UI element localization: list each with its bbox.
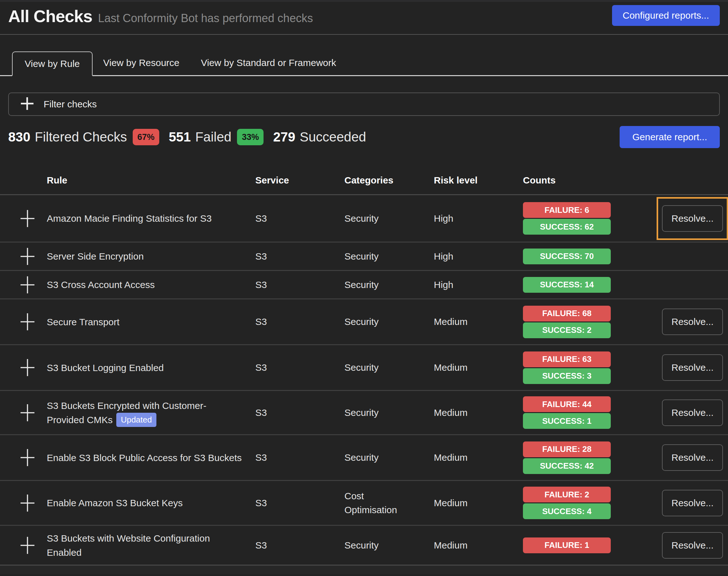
- column-header-service: Service: [255, 175, 344, 186]
- success-count-badge: SUCCESS: 42: [523, 458, 611, 474]
- categories-cell: Security: [344, 451, 379, 464]
- table-header-row: Rule Service Categories Risk level Count…: [0, 166, 728, 194]
- failure-count-badge: FAILURE: 6: [523, 202, 611, 218]
- expand-plus-icon[interactable]: [20, 358, 35, 377]
- rule-name: Amazon Macie Finding Statistics for S3: [47, 213, 212, 224]
- service-cell: S3: [255, 407, 344, 418]
- updated-badge: Updated: [116, 413, 156, 427]
- expand-plus-icon[interactable]: [20, 404, 35, 422]
- table-row: S3 Cross Account Access S3 Security High…: [0, 270, 728, 298]
- column-header-rule: Rule: [47, 175, 255, 186]
- success-count-badge: SUCCESS: 14: [523, 277, 611, 293]
- resolve-button[interactable]: Resolve...: [662, 532, 723, 558]
- resolve-button[interactable]: Resolve...: [662, 400, 723, 426]
- categories-cell: Security: [344, 406, 379, 420]
- table-row: S3 Buckets Encrypted with Customer-Provi…: [0, 390, 728, 434]
- failed-percent-badge: 67%: [133, 129, 159, 145]
- expand-plus-icon[interactable]: [20, 209, 35, 228]
- categories-cell: Security: [344, 211, 379, 226]
- resolve-button[interactable]: Resolve...: [662, 309, 723, 335]
- checks-table: Rule Service Categories Risk level Count…: [0, 166, 728, 574]
- header-divider: [0, 34, 728, 35]
- table-row: Server Side Encryption S3 Security High …: [0, 241, 728, 270]
- expand-plus-icon[interactable]: [20, 247, 35, 266]
- filter-checks-label: Filter checks: [44, 99, 97, 110]
- rule-name: Server Side Encryption: [47, 251, 144, 261]
- risk-level-cell: Medium: [434, 407, 523, 418]
- filtered-checks-count: 830: [8, 129, 30, 145]
- success-count-badge: SUCCESS: 70: [523, 249, 611, 264]
- tab-view-by-standard-or-framework[interactable]: View by Standard or Framework: [190, 51, 347, 75]
- failure-count-badge: FAILURE: 44: [523, 396, 611, 412]
- table-row: Secure Transport S3 Security Medium FAIL…: [0, 298, 728, 344]
- filter-checks-bar[interactable]: Filter checks: [8, 92, 720, 116]
- annotation-highlight-box: Resolve...: [656, 197, 728, 240]
- success-count-badge: SUCCESS: 62: [523, 219, 611, 235]
- resolve-button[interactable]: Resolve...: [662, 205, 723, 232]
- risk-level-cell: Medium: [434, 362, 523, 373]
- categories-cell: Security: [344, 250, 379, 263]
- risk-level-cell: High: [434, 251, 523, 262]
- view-tabs: View by Rule View by Resource View by St…: [0, 51, 728, 76]
- service-cell: S3: [255, 452, 344, 463]
- stats-row: 830 Filtered Checks 67% 551 Failed 33% 2…: [8, 126, 720, 148]
- risk-level-cell: Medium: [434, 452, 523, 463]
- rule-name: S3 Buckets with Website Configuration En…: [47, 533, 210, 558]
- counts-cell: FAILURE: 68 SUCCESS: 2: [523, 305, 651, 339]
- tab-view-by-rule[interactable]: View by Rule: [12, 52, 92, 76]
- service-cell: S3: [255, 498, 344, 509]
- failure-count-badge: FAILURE: 68: [523, 306, 611, 321]
- counts-cell: FAILURE: 28 SUCCESS: 42: [523, 440, 651, 475]
- rule-name: Enable Amazon S3 Bucket Keys: [47, 498, 183, 508]
- succeeded-count: 279: [273, 129, 295, 145]
- counts-cell: FAILURE: 2 SUCCESS: 4: [523, 486, 651, 520]
- table-bottom-edge: [0, 565, 728, 574]
- rule-name: S3 Cross Account Access: [47, 280, 155, 290]
- counts-cell: FAILURE: 44 SUCCESS: 1: [523, 395, 651, 430]
- counts-cell: SUCCESS: 70: [523, 248, 651, 265]
- expand-plus-icon[interactable]: [20, 449, 35, 467]
- resolve-button[interactable]: Resolve...: [662, 444, 723, 471]
- expand-plus-icon[interactable]: [20, 494, 35, 512]
- table-row: S3 Bucket Logging Enabled S3 Security Me…: [0, 344, 728, 390]
- service-cell: S3: [255, 362, 344, 373]
- categories-cell: Security: [344, 278, 379, 292]
- risk-level-cell: High: [434, 280, 523, 290]
- success-count-badge: SUCCESS: 3: [523, 368, 611, 384]
- service-cell: S3: [255, 280, 344, 290]
- failed-label: Failed: [195, 129, 231, 145]
- expand-plus-icon[interactable]: [20, 276, 35, 294]
- counts-cell: FAILURE: 6 SUCCESS: 62: [523, 201, 651, 236]
- table-row: S3 Buckets with Website Configuration En…: [0, 525, 728, 565]
- service-cell: S3: [255, 251, 344, 262]
- counts-cell: FAILURE: 63 SUCCESS: 3: [523, 350, 651, 385]
- expand-plus-icon[interactable]: [20, 536, 35, 554]
- generate-report-button[interactable]: Generate report...: [620, 126, 720, 148]
- resolve-button[interactable]: Resolve...: [662, 490, 723, 516]
- resolve-button[interactable]: Resolve...: [662, 354, 723, 381]
- failure-count-badge: FAILURE: 2: [523, 487, 611, 502]
- page-subtitle: Last Conformity Bot has performed checks: [98, 12, 313, 25]
- success-count-badge: SUCCESS: 1: [523, 413, 611, 429]
- expand-plus-icon[interactable]: [20, 313, 35, 331]
- succeeded-percent-badge: 33%: [237, 129, 263, 145]
- rule-name: S3 Bucket Logging Enabled: [47, 363, 164, 373]
- categories-cell: Security: [344, 539, 379, 552]
- failure-count-badge: FAILURE: 63: [523, 351, 611, 367]
- success-count-badge: SUCCESS: 2: [523, 322, 611, 338]
- table-row: Enable S3 Block Public Access for S3 Buc…: [0, 434, 728, 480]
- failure-count-badge: FAILURE: 1: [523, 538, 611, 553]
- tab-view-by-resource[interactable]: View by Resource: [92, 51, 190, 75]
- table-row: Enable Amazon S3 Bucket Keys S3 Cost Opt…: [0, 480, 728, 525]
- categories-cell: Cost Optimisation: [344, 489, 404, 517]
- rule-name: Secure Transport: [47, 317, 119, 327]
- configured-reports-button[interactable]: Configured reports...: [612, 5, 720, 26]
- failed-count: 551: [169, 129, 191, 145]
- counts-cell: SUCCESS: 14: [523, 276, 651, 294]
- service-cell: S3: [255, 213, 344, 224]
- succeeded-label: Succeeded: [300, 129, 366, 145]
- categories-cell: Security: [344, 361, 379, 375]
- table-row: Amazon Macie Finding Statistics for S3 S…: [0, 194, 728, 241]
- plus-icon: [20, 97, 34, 112]
- column-header-counts: Counts: [523, 175, 651, 186]
